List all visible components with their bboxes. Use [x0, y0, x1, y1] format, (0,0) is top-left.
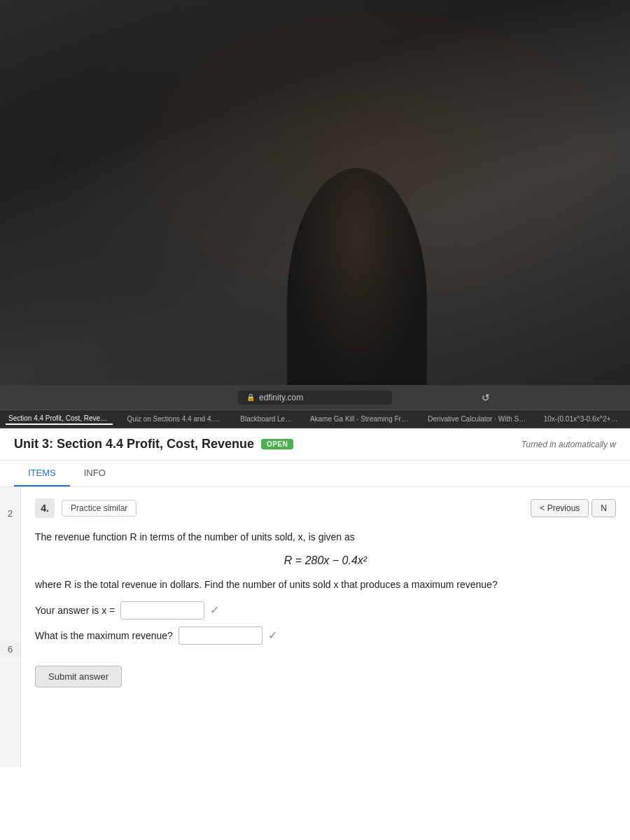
page-number-left: 2	[0, 487, 21, 767]
formula-text: R = 280x − 0.4x²	[284, 554, 367, 566]
content-area: 2 4. Practice similar < Previous N The r…	[0, 487, 630, 767]
check-icon-1[interactable]: ✓	[210, 603, 219, 617]
navigation-buttons: < Previous N	[531, 499, 616, 517]
question-subtext: where R is the total revenue in dollars.…	[35, 577, 616, 592]
reload-button[interactable]: ↺	[482, 392, 490, 403]
check-icon-2[interactable]: ✓	[268, 629, 277, 642]
open-badge: OPEN	[261, 439, 293, 449]
browser-address-bar: 🔒 edfinity.com ↺	[0, 385, 630, 410]
tab-info[interactable]: INFO	[70, 461, 120, 486]
tab-anime[interactable]: Akame Ga Kill - Streaming Free...	[307, 414, 414, 424]
answer-input-x[interactable]	[120, 601, 204, 620]
next-button[interactable]: N	[592, 499, 616, 517]
url-text: edfinity.com	[259, 393, 303, 402]
question-number: 4.	[35, 498, 55, 518]
main-content: Unit 3: Section 4.4 Profit, Cost, Revenu…	[0, 428, 630, 840]
answer-label-1: Your answer is x =	[35, 605, 115, 616]
previous-button[interactable]: < Previous	[531, 499, 589, 517]
tab-quiz[interactable]: Quiz on Sections 4.4 and 4.6 -...	[124, 414, 226, 424]
question-header: 4. Practice similar < Previous N	[35, 498, 616, 518]
side-number-6: 6	[0, 641, 21, 657]
tab-calc[interactable]: 10x-(0.01x^3-0.6x^2+14...	[541, 414, 624, 424]
submit-answer-button[interactable]: Submit answer	[35, 666, 122, 687]
tab-derivative[interactable]: Derivative Calculator · With Ste...	[425, 414, 530, 424]
nav-tabs: ITEMS INFO	[0, 461, 630, 487]
page-title: Unit 3: Section 4.4 Profit, Cost, Revenu…	[14, 437, 254, 451]
header-title-group: Unit 3: Section 4.4 Profit, Cost, Revenu…	[14, 437, 293, 451]
browser-tabs: Section 4.4 Profit, Cost, Revenu... Quiz…	[0, 410, 630, 428]
answer-label-2: What is the maximum revenue?	[35, 630, 173, 641]
answer-row-1: Your answer is x = ✓	[35, 601, 616, 620]
formula-display: R = 280x − 0.4x²	[35, 554, 616, 567]
address-bar-container[interactable]: 🔒 edfinity.com	[238, 391, 392, 405]
question-text: The revenue function R in terms of the n…	[35, 529, 616, 545]
lock-icon: 🔒	[246, 393, 255, 401]
silhouette	[287, 168, 427, 392]
question-area: 4. Practice similar < Previous N The rev…	[21, 487, 630, 767]
answer-row-2: What is the maximum revenue? ✓	[35, 626, 616, 645]
tab-blackboard[interactable]: Blackboard Learn	[237, 414, 296, 424]
question-row-left: 4. Practice similar	[35, 498, 136, 518]
tab-section44[interactable]: Section 4.4 Profit, Cost, Revenu...	[6, 413, 113, 425]
header-bar: Unit 3: Section 4.4 Profit, Cost, Revenu…	[0, 428, 630, 461]
tab-items[interactable]: ITEMS	[14, 461, 70, 486]
answer-input-revenue[interactable]	[178, 626, 262, 645]
practice-similar-button[interactable]: Practice similar	[62, 500, 136, 517]
photo-background	[0, 0, 630, 392]
turned-in-text: Turned in automatically w	[522, 440, 616, 449]
